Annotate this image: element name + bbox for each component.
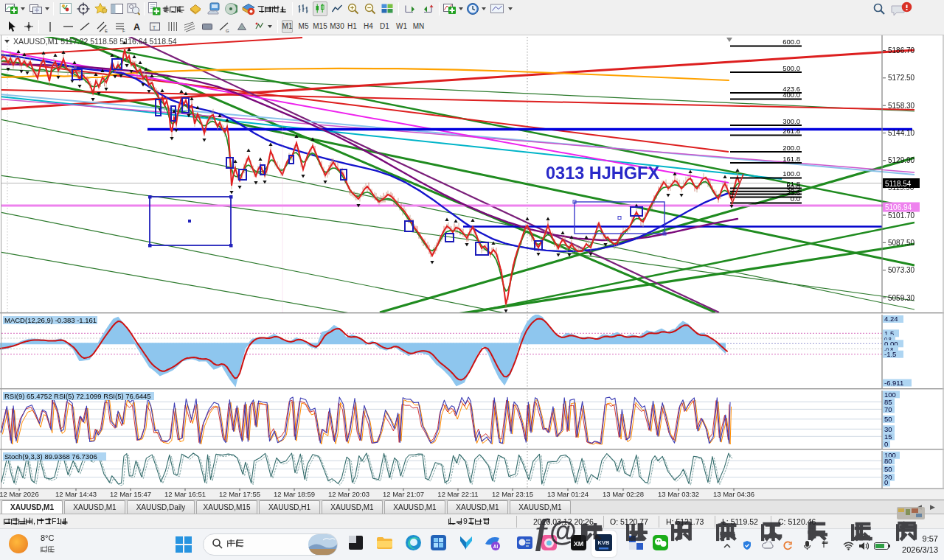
svg-text:5101.70: 5101.70: [888, 211, 915, 220]
svg-text:13 Mar 01:24: 13 Mar 01:24: [547, 490, 589, 498]
svg-text:400.0: 400.0: [782, 91, 800, 99]
svg-text:161.8: 161.8: [782, 155, 800, 163]
svg-text:5087.50: 5087.50: [888, 239, 915, 247]
svg-text:5073.30: 5073.30: [888, 266, 915, 274]
svg-text:AI: AI: [493, 544, 499, 549]
svg-text:13 Mar 02:28: 13 Mar 02:28: [603, 490, 644, 498]
svg-text:12 Mar 2026: 12 Mar 2026: [0, 490, 39, 498]
svg-text:XAUUSD,M1 5117.22 5118.58 511: XAUUSD,M1 5117.22 5118.58 5116.64 5118.5…: [13, 37, 177, 46]
svg-text:0: 0: [884, 478, 888, 486]
svg-text:50: 50: [884, 465, 892, 473]
svg-text:MACD(12,26,9) -0.383 -1.161: MACD(12,26,9) -0.383 -1.161: [4, 316, 97, 324]
svg-text:0.0: 0.0: [791, 195, 800, 203]
svg-text:12 Mar 14:43: 12 Mar 14:43: [55, 490, 97, 498]
svg-text:5129.90: 5129.90: [888, 156, 915, 164]
svg-text:5186.70: 5186.70: [888, 46, 915, 55]
svg-text:F: F: [122, 29, 125, 33]
svg-text:12 Mar 22:11: 12 Mar 22:11: [437, 490, 478, 498]
svg-text:-6.911: -6.911: [884, 379, 903, 387]
svg-text:12 Mar 20:03: 12 Mar 20:03: [328, 490, 369, 498]
svg-text:12 Mar 15:47: 12 Mar 15:47: [110, 490, 151, 498]
svg-text:A: A: [133, 22, 140, 32]
svg-text:13 Mar 03:32: 13 Mar 03:32: [658, 490, 699, 498]
svg-text:200.0: 200.0: [782, 144, 800, 152]
svg-text:13 Mar 04:36: 13 Mar 04:36: [713, 490, 754, 498]
svg-text:5118.54: 5118.54: [885, 180, 912, 188]
svg-text:G: G: [226, 29, 229, 33]
svg-text:70: 70: [884, 405, 892, 413]
svg-text:T: T: [153, 24, 156, 31]
svg-text:5106.94: 5106.94: [885, 203, 912, 211]
svg-text:261.8: 261.8: [782, 127, 800, 135]
svg-text:5144.10: 5144.10: [888, 129, 915, 137]
svg-text:5059.30: 5059.30: [888, 294, 915, 302]
svg-text:12 Mar 17:55: 12 Mar 17:55: [219, 490, 260, 498]
svg-text:600.0: 600.0: [782, 38, 800, 46]
svg-text:Stoch(9,3,3) 89.9368 76.7306: Stoch(9,3,3) 89.9368 76.7306: [4, 452, 97, 461]
svg-text:4.24: 4.24: [884, 315, 898, 323]
svg-text:0313 HJHGFX: 0313 HJHGFX: [546, 164, 659, 183]
svg-text:5172.50: 5172.50: [888, 74, 915, 82]
svg-text:RSI(9) 65.4752 RSI(5) 72.1099: RSI(9) 65.4752 RSI(5) 72.1099 RSI(5) 76.…: [4, 392, 151, 400]
svg-text:12 Mar 16:51: 12 Mar 16:51: [164, 490, 206, 498]
svg-text:12 Mar 23:15: 12 Mar 23:15: [492, 490, 533, 498]
svg-text:E: E: [105, 29, 108, 33]
svg-text:300.0: 300.0: [782, 117, 800, 125]
svg-text:12 Mar 21:07: 12 Mar 21:07: [383, 490, 424, 498]
svg-text:5158.30: 5158.30: [888, 102, 915, 110]
svg-text:0: 0: [884, 440, 888, 448]
svg-text:100.0: 100.0: [782, 169, 800, 178]
svg-text:500.0: 500.0: [782, 64, 800, 72]
svg-text:50: 50: [884, 415, 892, 423]
svg-text:12 Mar 18:59: 12 Mar 18:59: [274, 490, 315, 498]
svg-text:-1.5: -1.5: [884, 350, 896, 358]
svg-text:80: 80: [884, 457, 892, 465]
